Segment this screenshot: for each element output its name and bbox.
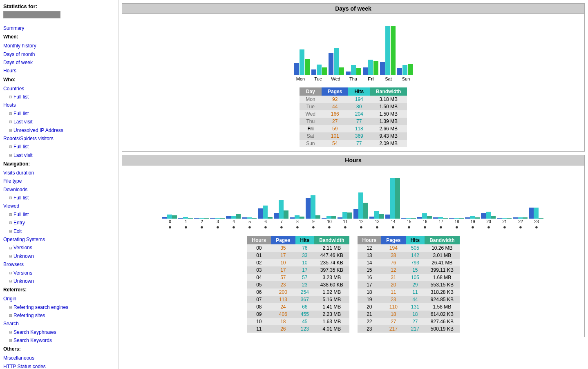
bar-group-sat bbox=[380, 26, 396, 75]
hours-bar-group bbox=[497, 218, 512, 219]
sidebar-item-unresolved-ip[interactable]: Unresolved IP Address bbox=[13, 126, 63, 134]
cell-hits: 123 bbox=[295, 325, 315, 333]
hours-bar-group bbox=[226, 214, 241, 219]
sidebar-item-search-keyphrases[interactable]: Search Keyphrases bbox=[13, 328, 56, 336]
hours-bandwidth-bar bbox=[427, 216, 432, 219]
cell-hits: 10 bbox=[295, 259, 315, 266]
sidebar-item-visits-duration[interactable]: Visits duration bbox=[3, 169, 115, 177]
sidebar-item-viewed-entry[interactable]: Entry bbox=[13, 219, 25, 227]
hours-bar-label: 16 bbox=[417, 219, 433, 224]
hours-pages-bar bbox=[258, 208, 263, 219]
hours-pages-bar bbox=[417, 217, 422, 219]
sidebar-item-viewed-exit[interactable]: Exit bbox=[13, 227, 22, 235]
cell-pages: 26 bbox=[271, 325, 295, 333]
sidebar-item-viewed-full[interactable]: Full list bbox=[13, 210, 29, 219]
table-row: Thu27771.39 MB bbox=[300, 118, 407, 125]
sidebar-item-countries[interactable]: Countries bbox=[3, 85, 115, 93]
cell-bandwidth: 4.01 MB bbox=[314, 325, 349, 333]
sidebar-item-hosts-full[interactable]: Full list bbox=[13, 110, 29, 118]
sidebar-item-hosts-last[interactable]: Last visit bbox=[13, 118, 33, 126]
hours-bar-group bbox=[274, 200, 289, 219]
sidebar-item-days-of-week[interactable]: Days of week bbox=[3, 58, 115, 67]
bar-day-label: Tue bbox=[310, 76, 326, 81]
sidebar-item-monthly-history[interactable]: Monthly history bbox=[3, 42, 115, 50]
hours-bandwidth-bar bbox=[220, 218, 225, 219]
bar-day-label: Wed bbox=[328, 76, 344, 81]
col-hits: Hits bbox=[348, 87, 370, 96]
cell-hour: 23 bbox=[358, 325, 382, 333]
cell-pages: 27 bbox=[381, 318, 405, 325]
cell-bandwidth: 397.35 KB bbox=[314, 266, 349, 274]
sidebar-item-os-unknown[interactable]: Unknown bbox=[13, 252, 34, 260]
stats-input[interactable] bbox=[3, 11, 60, 18]
cell-hour: 00 bbox=[247, 244, 271, 252]
sidebar-item-browsers-unknown[interactable]: Unknown bbox=[13, 277, 34, 285]
sidebar-item-robots-full[interactable]: Full list bbox=[13, 143, 29, 151]
hours-bar-group bbox=[401, 218, 417, 219]
hours-bar-label: 2 bbox=[194, 219, 210, 224]
hours-bandwidth-bar bbox=[315, 215, 320, 219]
table-row: 094064552.23 MB bbox=[247, 311, 349, 318]
sidebar-item-ref-sites[interactable]: Referring sites bbox=[13, 311, 45, 320]
hours-bandwidth-bar bbox=[379, 214, 384, 219]
cell-hour: 15 bbox=[358, 266, 382, 274]
hours-bandwidth-bar bbox=[204, 218, 209, 219]
hours-bar-group bbox=[529, 208, 544, 219]
hours-bandwidth-bar bbox=[188, 218, 193, 219]
cell-pages: 18 bbox=[271, 318, 295, 325]
sidebar-item-viewed[interactable]: Viewed bbox=[3, 202, 115, 210]
when-label: When: bbox=[3, 34, 18, 40]
cell-hits: 18 bbox=[406, 311, 425, 318]
cell-day: Tue bbox=[300, 103, 322, 110]
cell-day: Mon bbox=[300, 96, 322, 103]
sidebar-item-robots[interactable]: Robots/Spiders visitors bbox=[3, 134, 115, 143]
pages-bar bbox=[363, 67, 368, 75]
pacman-icon: ● bbox=[497, 224, 512, 230]
sidebar-item-downloads[interactable]: Downloads bbox=[3, 186, 115, 194]
cell-bandwidth: 1.50 MB bbox=[370, 103, 407, 110]
cell-bandwidth: 3.01 MB bbox=[425, 252, 459, 259]
sidebar-item-os[interactable]: Operating Systems bbox=[3, 235, 115, 244]
cell-pages: 76 bbox=[381, 259, 405, 266]
cell-hour: 06 bbox=[247, 288, 271, 296]
cell-bandwidth: 3.18 MB bbox=[370, 96, 407, 103]
sidebar-item-hosts[interactable]: Hosts bbox=[3, 101, 115, 109]
sidebar-item-os-versions[interactable]: Versions bbox=[13, 244, 32, 252]
sidebar-item-summary[interactable]: Summary bbox=[3, 24, 115, 32]
sidebar-item-search[interactable]: Search bbox=[3, 320, 115, 328]
sidebar-item-http-status[interactable]: HTTP Status codes bbox=[3, 362, 115, 369]
sidebar-item-ref-search[interactable]: Referring search engines bbox=[13, 303, 68, 311]
sidebar-item-file-type[interactable]: File type bbox=[3, 177, 115, 185]
cell-bandwidth: 9.43 MB bbox=[370, 132, 407, 140]
hours-pages-bar bbox=[529, 208, 534, 219]
sidebar-item-browsers-versions[interactable]: Versions bbox=[13, 269, 32, 277]
sidebar-item-days-of-month[interactable]: Days of month bbox=[3, 50, 115, 58]
cell-hits: 254 bbox=[295, 288, 315, 296]
sidebar-item-robots-last[interactable]: Last visit bbox=[13, 151, 33, 159]
hours-pages-bar bbox=[513, 217, 518, 219]
hours-bar-label: 4 bbox=[226, 219, 241, 224]
pages-bar bbox=[380, 62, 385, 75]
sidebar-item-hours[interactable]: Hours bbox=[3, 67, 115, 75]
others-label: Others: bbox=[3, 346, 21, 352]
cell-hour: 02 bbox=[247, 259, 271, 266]
col-bw-l: Bandwidth bbox=[314, 236, 349, 244]
sidebar-item-browsers[interactable]: Browsers bbox=[3, 260, 115, 268]
cell-bandwidth: 1.50 MB bbox=[370, 110, 407, 118]
hours-pages-bar bbox=[385, 215, 390, 219]
table-row: 021010235.74 KB bbox=[247, 259, 349, 266]
hours-pages-bar bbox=[162, 217, 167, 219]
table-row: Wed1662041.50 MB bbox=[300, 110, 407, 118]
pacman-row: ●●●●●●●●●●●●●●●●●●●●●●●● bbox=[160, 224, 546, 230]
sidebar-item-miscellaneous[interactable]: Miscellaneous bbox=[3, 354, 115, 362]
cell-hits: 105 bbox=[406, 274, 425, 281]
sidebar-item-origin[interactable]: Origin bbox=[3, 295, 115, 303]
hours-hits-bar bbox=[422, 213, 427, 219]
hours-bandwidth-bar bbox=[347, 212, 352, 219]
sidebar-item-search-keywords[interactable]: Search Keywords bbox=[13, 336, 52, 344]
hours-pages-bar bbox=[369, 217, 374, 219]
cell-bandwidth: 438.60 KB bbox=[314, 281, 349, 288]
sidebar-item-downloads-full[interactable]: Full list bbox=[13, 194, 29, 202]
sidebar-item-countries-full[interactable]: Full list bbox=[13, 93, 29, 101]
days-of-week-chart: MonTueWedThuFriSatSun bbox=[122, 14, 584, 83]
